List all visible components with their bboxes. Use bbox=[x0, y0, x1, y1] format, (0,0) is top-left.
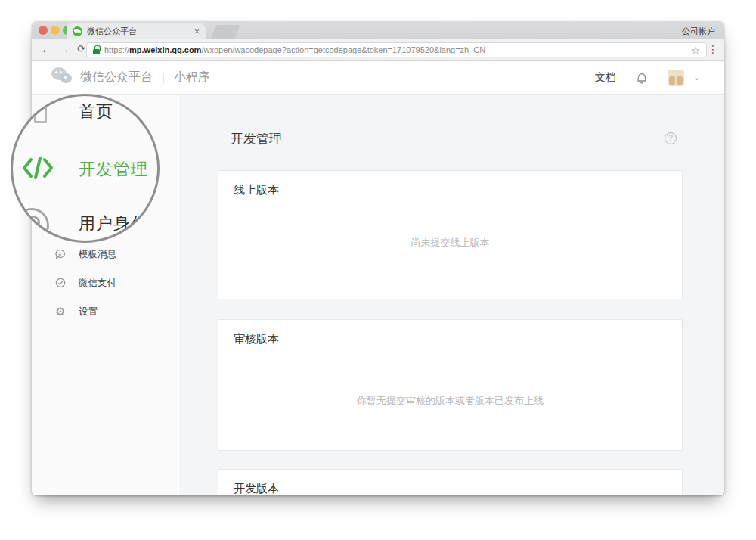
sidebar-item-label: 微信支付 bbox=[79, 277, 116, 290]
secure-lock-icon bbox=[93, 45, 100, 54]
notification-bell-icon[interactable] bbox=[636, 71, 648, 85]
help-icon[interactable]: ? bbox=[665, 132, 677, 144]
card-title: 审核版本 bbox=[234, 332, 279, 346]
brand-line: 微信公众平台 | 小程序 bbox=[80, 70, 210, 85]
gear-icon: ⚙ bbox=[54, 306, 67, 318]
reload-button[interactable]: ⟳ bbox=[77, 43, 85, 55]
sidebar-item-label: 设置 bbox=[79, 306, 98, 318]
page-title: 开发管理 bbox=[231, 130, 282, 147]
sidebar-item-wechat-pay[interactable]: 微信支付 bbox=[32, 275, 178, 290]
card-review-version: 审核版本 你暂无提交审核的版本或者版本已发布上线 bbox=[218, 319, 683, 451]
site-header: 微信公众平台 | 小程序 文档 ⌄ bbox=[32, 61, 724, 95]
browser-window: 微信公众平台 × 公司帐户 ← → ⟳ https://mp.weixin.qq… bbox=[32, 21, 724, 495]
header-actions: 文档 ⌄ bbox=[595, 61, 700, 95]
browser-menu-icon[interactable]: ⋮ bbox=[708, 43, 718, 55]
tab-title: 微信公众平台 bbox=[87, 26, 191, 37]
tab-strip: 微信公众平台 × 公司帐户 bbox=[32, 21, 724, 39]
sidebar-item-home[interactable]: 首页 bbox=[79, 101, 113, 123]
docs-link[interactable]: 文档 bbox=[595, 71, 616, 85]
card-empty-text: 尚未提交线上版本 bbox=[218, 236, 682, 250]
url-scheme: https:// bbox=[104, 45, 129, 54]
card-dev-version: 开发版本 bbox=[218, 469, 683, 495]
wechat-logo-icon bbox=[51, 67, 76, 88]
comment-icon bbox=[54, 248, 67, 260]
card-title: 开发版本 bbox=[234, 482, 279, 495]
tab-close-icon[interactable]: × bbox=[194, 26, 200, 37]
address-bar[interactable]: https://mp.weixin.qq.com/wxopen/wacodepa… bbox=[86, 42, 707, 57]
brand-title: 微信公众平台 bbox=[80, 70, 153, 85]
card-title: 线上版本 bbox=[234, 183, 279, 197]
card-empty-text: 你暂无提交审核的版本或者版本已发布上线 bbox=[218, 394, 682, 408]
browser-profile-label: 公司帐户 bbox=[682, 26, 715, 37]
main-content: 开发管理 ? 线上版本 尚未提交线上版本 审核版本 你暂无提交审核的版本或者版本… bbox=[179, 95, 724, 495]
back-button[interactable]: ← bbox=[41, 43, 51, 55]
account-avatar[interactable] bbox=[668, 70, 684, 86]
url-text[interactable]: https://mp.weixin.qq.com/wxopen/wacodepa… bbox=[104, 45, 686, 54]
screenshot-stage: 微信公众平台 × 公司帐户 ← → ⟳ https://mp.weixin.qq… bbox=[0, 0, 756, 540]
sidebar-item-label: 模板消息 bbox=[79, 248, 116, 261]
browser-toolbar: ← → ⟳ https://mp.weixin.qq.com/wxopen/wa… bbox=[32, 39, 724, 61]
window-close-button[interactable] bbox=[39, 26, 48, 35]
url-path: /wxopen/wacodepage?action=getcodepage&to… bbox=[201, 45, 485, 54]
magnifier-lens: 首页 开发管理 用户身份 bbox=[11, 94, 160, 243]
forward-button[interactable]: → bbox=[59, 43, 70, 55]
sidebar-item-settings[interactable]: ⚙ 设置 bbox=[32, 304, 178, 319]
brand-separator: | bbox=[162, 72, 165, 84]
window-minimize-button[interactable] bbox=[51, 26, 60, 35]
url-domain: mp.weixin.qq.com bbox=[129, 45, 201, 54]
sidebar-item-template-message[interactable]: 模板消息 bbox=[32, 247, 178, 262]
bookmark-star-icon[interactable]: ☆ bbox=[691, 45, 700, 56]
new-tab-button[interactable] bbox=[210, 25, 240, 39]
sidebar-item-dev-management[interactable]: 开发管理 bbox=[79, 158, 148, 181]
card-online-version: 线上版本 尚未提交线上版本 bbox=[218, 170, 683, 299]
check-circle-icon bbox=[54, 277, 67, 289]
chevron-down-icon[interactable]: ⌄ bbox=[693, 73, 700, 82]
product-title: 小程序 bbox=[174, 70, 210, 85]
browser-tab[interactable]: 微信公众平台 × bbox=[67, 23, 206, 39]
wechat-favicon-icon bbox=[73, 26, 82, 36]
code-icon bbox=[21, 154, 54, 182]
